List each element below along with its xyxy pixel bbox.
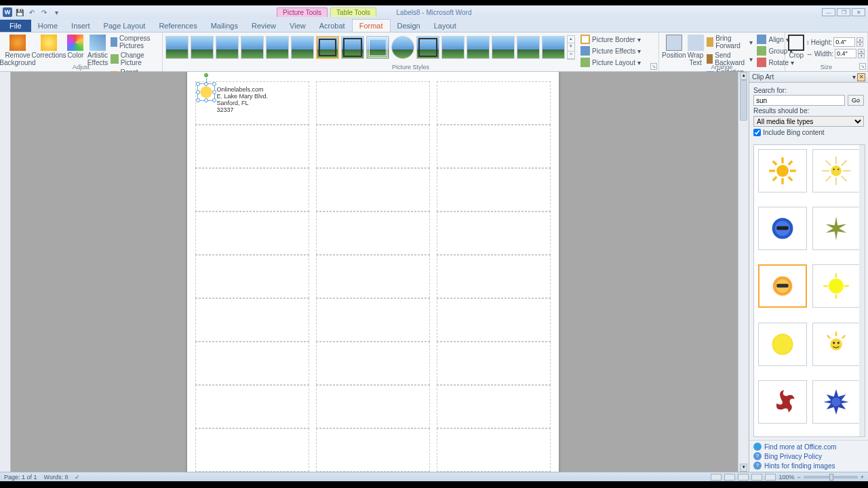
rotate-handle-icon[interactable] [204, 73, 208, 77]
style-item[interactable] [291, 36, 314, 59]
style-item[interactable] [416, 36, 439, 59]
selection-handles[interactable] [197, 83, 215, 101]
redo-icon[interactable]: ↷ [39, 7, 49, 17]
find-more-link[interactable]: 🌐Find more at Office.com [753, 442, 864, 451]
tab-mailings[interactable]: Mailings [204, 20, 245, 32]
zoom-value[interactable]: 100% [778, 474, 794, 481]
search-input[interactable] [753, 95, 845, 106]
style-item[interactable] [241, 36, 264, 59]
status-words[interactable]: Words: 8 [44, 474, 68, 481]
label-cell[interactable] [316, 255, 430, 298]
position-button[interactable]: Position [662, 34, 686, 59]
include-bing-checkbox[interactable] [753, 129, 761, 136]
label-cell[interactable] [195, 342, 309, 385]
proofing-icon[interactable]: ✓ [75, 474, 80, 481]
tab-file[interactable]: File [0, 20, 31, 32]
clipart-result[interactable] [812, 380, 861, 424]
width-spinner[interactable]: ▴▾ [858, 49, 865, 58]
color-button[interactable]: Color [65, 34, 86, 59]
style-item[interactable] [366, 36, 389, 59]
tab-page-layout[interactable]: Page Layout [97, 20, 153, 32]
view-web-icon[interactable] [738, 474, 749, 481]
go-button[interactable]: Go [848, 95, 864, 106]
label-cell[interactable] [437, 428, 551, 472]
remove-background-button[interactable]: Remove Background [3, 34, 33, 66]
picture-border-button[interactable]: Picture Border▾ [579, 34, 642, 45]
style-item[interactable] [467, 36, 490, 59]
label-cell[interactable]: Onlinelabels.com E. Lake Mary Blvd. Sanf… [195, 81, 309, 125]
tab-acrobat[interactable]: Acrobat [313, 20, 352, 32]
bring-forward-button[interactable]: Bring Forward▾ [705, 34, 755, 50]
view-print-layout-icon[interactable] [711, 474, 722, 481]
label-cell[interactable] [316, 385, 430, 428]
scroll-up-icon[interactable]: ▴ [740, 72, 747, 80]
styles-launcher-icon[interactable]: ↘ [650, 63, 657, 70]
label-cell[interactable] [437, 385, 551, 428]
clipart-result[interactable] [758, 323, 807, 366]
clipart-result[interactable] [812, 264, 861, 308]
label-cell[interactable] [437, 211, 551, 255]
style-item[interactable] [391, 36, 414, 59]
view-draft-icon[interactable] [765, 474, 776, 481]
zoom-slider[interactable] [804, 476, 858, 479]
picture-effects-button[interactable]: Picture Effects▾ [579, 45, 642, 56]
zoom-in-icon[interactable]: + [861, 474, 864, 481]
crop-button[interactable]: Crop [788, 34, 805, 59]
tab-references[interactable]: References [152, 20, 203, 32]
label-cell[interactable] [437, 298, 551, 342]
clipart-result[interactable] [758, 207, 807, 250]
style-item[interactable] [542, 36, 565, 59]
pane-menu-icon[interactable]: ▾ [852, 73, 856, 81]
style-item[interactable] [492, 36, 515, 59]
size-launcher-icon[interactable]: ↘ [859, 63, 866, 70]
width-input[interactable] [835, 49, 856, 58]
label-cell[interactable] [195, 255, 309, 298]
style-item[interactable] [191, 36, 214, 59]
document-area[interactable]: Onlinelabels.com E. Lake Mary Blvd. Sanf… [0, 72, 749, 472]
label-cell[interactable] [316, 211, 430, 255]
restore-button[interactable]: ❐ [837, 8, 850, 16]
hints-link[interactable]: ?Hints for finding images [753, 461, 864, 470]
minimize-button[interactable]: — [822, 8, 835, 16]
label-cell[interactable] [316, 298, 430, 342]
label-cell[interactable] [437, 255, 551, 298]
label-cell[interactable] [437, 342, 551, 385]
results-filter-select[interactable]: All media file types [753, 116, 864, 127]
compress-pictures-button[interactable]: Compress Pictures [109, 34, 159, 50]
artistic-effects-button[interactable]: Artistic Effects [87, 34, 108, 66]
style-item[interactable] [266, 36, 289, 59]
label-cell[interactable] [316, 342, 430, 385]
tab-view[interactable]: View [283, 20, 313, 32]
label-cell[interactable] [316, 168, 430, 211]
qat-more-icon[interactable]: ▾ [52, 7, 61, 17]
style-item[interactable] [341, 36, 364, 59]
wrap-text-button[interactable]: Wrap Text [688, 34, 704, 66]
corrections-button[interactable]: Corrections [34, 34, 64, 59]
label-cell[interactable] [316, 81, 430, 125]
tab-format[interactable]: Format [352, 19, 391, 32]
label-cell[interactable] [195, 211, 309, 255]
view-outline-icon[interactable] [751, 474, 762, 481]
undo-icon[interactable]: ↶ [27, 7, 37, 17]
tab-design[interactable]: Design [391, 20, 427, 32]
label-cell[interactable] [195, 385, 309, 428]
clipart-result[interactable] [812, 323, 861, 366]
scroll-thumb[interactable] [740, 80, 747, 121]
close-button[interactable]: ✕ [852, 8, 865, 16]
label-cell[interactable] [195, 428, 309, 472]
style-item[interactable] [216, 36, 239, 59]
label-cell[interactable] [316, 428, 430, 472]
pane-close-icon[interactable]: ✕ [857, 73, 865, 81]
style-item[interactable] [441, 36, 465, 59]
zoom-out-icon[interactable]: − [797, 474, 800, 481]
height-input[interactable] [833, 37, 855, 47]
vertical-scrollbar[interactable]: ▴ ▾ [738, 72, 749, 472]
style-item[interactable] [316, 36, 339, 59]
clipart-result[interactable] [758, 264, 807, 308]
label-cell[interactable] [437, 168, 551, 211]
scroll-down-icon[interactable]: ▾ [740, 464, 747, 472]
save-icon[interactable]: 💾 [15, 7, 24, 17]
status-page[interactable]: Page: 1 of 1 [4, 474, 37, 481]
style-item[interactable] [165, 36, 189, 59]
label-cell[interactable] [437, 125, 551, 168]
